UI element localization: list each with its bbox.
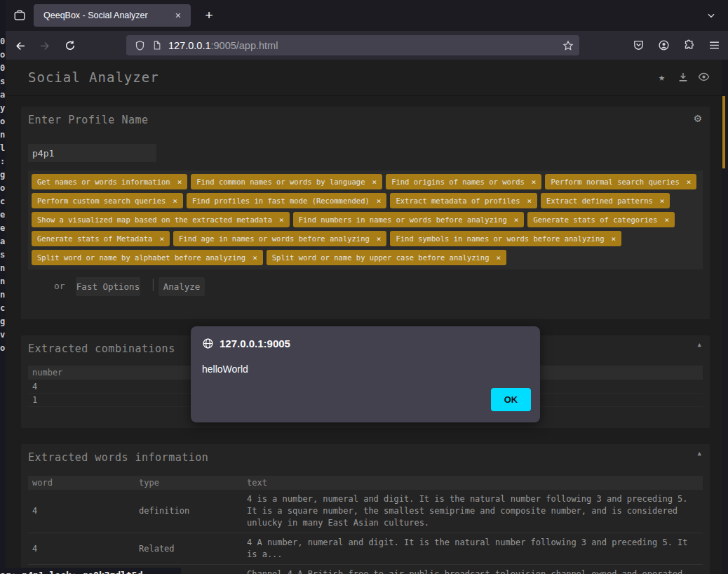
profile-name-input[interactable] xyxy=(28,144,156,162)
account-icon[interactable] xyxy=(655,36,672,53)
url-bar[interactable]: 127.0.0.1:9005/app.html xyxy=(126,35,579,55)
new-tab-button[interactable]: + xyxy=(199,6,219,25)
tag-chip[interactable]: Find symbols in names or words before an… xyxy=(390,231,621,246)
firefox-window: QeeqBox - Social Analyzer × + xyxy=(6,0,728,574)
cell-word: 4 xyxy=(28,543,139,555)
page-title: Social Analyzer xyxy=(28,69,159,85)
table-row[interactable]: 4 definition 4 is a number, numeral and … xyxy=(28,490,703,533)
app-header-icons: ★ xyxy=(656,71,710,83)
tab-close-icon[interactable]: × xyxy=(173,10,184,21)
cell-text: 4 A number, numeral and digit. It is the… xyxy=(247,537,703,561)
cell-type: definition xyxy=(139,505,247,517)
firefox-view-icon[interactable] xyxy=(11,7,28,24)
tag-label: Find profiles in fast mode (Recommended) xyxy=(192,196,370,205)
pocket-icon[interactable] xyxy=(630,36,647,53)
options-tag-box: Get names or words information× Find com… xyxy=(28,171,703,269)
tag-chip[interactable]: Split word or name by alphabet before an… xyxy=(32,250,263,265)
tag-close-icon[interactable]: × xyxy=(612,234,616,243)
scrollbar-thumb[interactable] xyxy=(722,96,725,168)
analyze-button[interactable]: Analyze xyxy=(159,277,205,296)
tag-label: Generate stats of Metadata xyxy=(37,234,152,243)
words-header-row: word type text xyxy=(28,476,703,490)
alert-origin: 127.0.0.1:9005 xyxy=(220,338,290,349)
tag-chip[interactable]: Get names or words information× xyxy=(32,174,187,189)
tag-chip[interactable]: Generate stats of Metadata× xyxy=(32,231,170,246)
tag-label: Extract defined patterns xyxy=(546,196,653,205)
tag-chip[interactable]: Perform normal search queries× xyxy=(545,174,696,189)
tag-close-icon[interactable]: × xyxy=(173,196,177,206)
tag-chip[interactable]: Extract metadata of profiles× xyxy=(390,193,537,208)
tag-close-icon[interactable]: × xyxy=(159,234,164,243)
tag-close-icon[interactable]: × xyxy=(687,178,692,187)
table-row[interactable]: 4 Related 4 A number, numeral and digit.… xyxy=(28,533,703,565)
tag-close-icon[interactable]: × xyxy=(377,196,382,206)
tag-close-icon[interactable]: × xyxy=(514,215,519,225)
tag-label: Generate stats of categories xyxy=(533,215,657,224)
forward-button[interactable] xyxy=(36,36,54,55)
background-terminal-left-sliver: 0 o 0 s a y o n l : g o c e e a s n n n … xyxy=(0,0,6,574)
page-scrollbar[interactable] xyxy=(722,60,728,574)
eye-icon[interactable] xyxy=(698,71,710,83)
tag-chip[interactable]: Extract defined patterns× xyxy=(541,193,670,208)
tag-close-icon[interactable]: × xyxy=(532,178,537,187)
tag-chip[interactable]: Generate stats of categories× xyxy=(527,212,675,227)
alert-dialog-header: 127.0.0.1:9005 xyxy=(202,338,290,349)
tag-chip[interactable]: Perform custom search queries× xyxy=(32,193,183,208)
tag-chip[interactable]: Show a visualized map based on the extra… xyxy=(32,212,290,227)
extensions-puzzle-icon[interactable] xyxy=(680,36,697,53)
combination-value: 1 xyxy=(28,395,139,405)
tag-label: Find numbers in names or words before an… xyxy=(299,215,507,224)
terminal-left-text: 0 o 0 s a y o n l : g o c e e a s n n n … xyxy=(0,0,6,355)
tag-close-icon[interactable]: × xyxy=(252,253,257,262)
tag-close-icon[interactable]: × xyxy=(660,196,665,206)
tag-label: Find common names or words by language xyxy=(196,178,365,186)
button-divider: │ xyxy=(150,279,156,291)
terminal-bottom-text: ag: p4p1 lock: qo0k3zdlt5d xyxy=(0,570,143,574)
tag-chip[interactable]: Split word or name by upper case before … xyxy=(267,250,506,265)
fast-options-button[interactable]: Fast Options xyxy=(76,277,140,296)
back-button[interactable] xyxy=(11,36,29,55)
alert-message: helloWorld xyxy=(202,363,248,375)
download-icon[interactable] xyxy=(677,71,689,83)
tag-close-icon[interactable]: × xyxy=(497,253,501,262)
shield-icon[interactable] xyxy=(135,40,145,51)
profile-card-title: Enter Profile Name xyxy=(28,114,149,126)
reload-button[interactable] xyxy=(61,36,79,55)
tag-label: Get names or words information xyxy=(37,178,170,186)
tab-list-chevron-icon[interactable] xyxy=(703,7,720,24)
cell-text: 4 is a number, numeral and digit. It is … xyxy=(247,493,703,529)
ok-button[interactable]: OK xyxy=(491,388,531,411)
background-terminal-bottom-sliver: ag: p4p1 lock: qo0k3zdlt5d xyxy=(0,568,181,574)
url-path: :9005/app.html xyxy=(210,40,278,51)
tag-label: Find age in names or words before analyz… xyxy=(179,234,370,243)
toolbar-right-icons xyxy=(630,36,722,53)
tag-label: Split word or name by alphabet before an… xyxy=(37,253,245,262)
tag-close-icon[interactable]: × xyxy=(279,215,284,225)
tag-close-icon[interactable]: × xyxy=(664,215,669,225)
tag-chip[interactable]: Find common names or words by language× xyxy=(191,174,382,189)
words-table: 4 definition 4 is a number, numeral and … xyxy=(28,490,703,574)
collapse-caret-icon[interactable]: ▲ xyxy=(698,341,701,348)
tag-close-icon[interactable]: × xyxy=(377,234,382,243)
collapse-caret-icon[interactable]: ▲ xyxy=(698,450,701,457)
words-card: Extracted words information ▲ word type … xyxy=(21,444,710,574)
tag-chip[interactable]: Find profiles in fast mode (Recommended)… xyxy=(187,193,387,208)
tag-close-icon[interactable]: × xyxy=(372,178,377,187)
tab-title: QeeqBox - Social Analyzer xyxy=(43,11,173,20)
tag-chip[interactable]: Find age in names or words before analyz… xyxy=(173,231,386,246)
browser-tab[interactable]: QeeqBox - Social Analyzer × xyxy=(34,4,191,27)
combination-value: 4 xyxy=(28,382,139,392)
tag-chip[interactable]: Find numbers in names or words before an… xyxy=(293,212,525,227)
tag-chip[interactable]: Find origins of names or words× xyxy=(386,174,541,189)
cell-text: Channel 4 A British free-to-air public b… xyxy=(247,568,703,574)
tag-close-icon[interactable]: × xyxy=(527,196,532,206)
action-row: or Fast Options │ Analyze xyxy=(21,276,710,296)
bookmark-star-icon[interactable] xyxy=(562,40,574,51)
column-type: type xyxy=(139,478,247,488)
star-icon[interactable]: ★ xyxy=(656,71,668,83)
tag-close-icon[interactable]: × xyxy=(177,178,182,187)
gear-icon[interactable]: ⚙ xyxy=(694,111,701,125)
navigation-toolbar: 127.0.0.1:9005/app.html xyxy=(6,31,728,60)
menu-hamburger-icon[interactable] xyxy=(706,36,722,53)
page-info-icon[interactable] xyxy=(152,40,161,51)
